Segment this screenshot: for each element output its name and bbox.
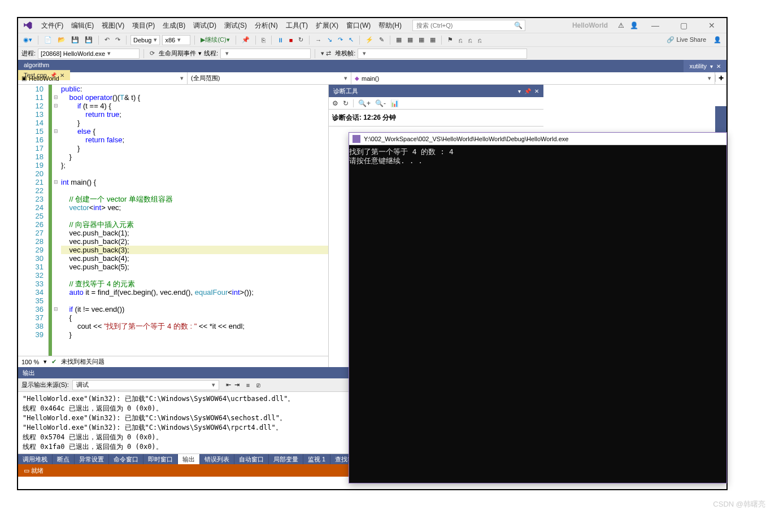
bottom-tab[interactable]: 异常设置: [75, 454, 109, 464]
menu-item[interactable]: 工具(T): [282, 21, 312, 29]
step-over-icon[interactable]: ↷: [336, 36, 345, 43]
bottom-tab[interactable]: 错误列表: [200, 454, 234, 464]
code-editor[interactable]: 1011121314151617181920212223242526272829…: [18, 85, 329, 367]
misc-3-icon[interactable]: ⎌: [476, 37, 484, 43]
bottom-tab[interactable]: 局部变量: [269, 454, 303, 464]
bottom-tab[interactable]: 即时窗口: [143, 454, 178, 464]
output-source-dropdown[interactable]: 调试: [72, 380, 219, 390]
zoom-in-icon[interactable]: 🔍+: [358, 99, 371, 107]
stop-icon[interactable]: ■: [288, 37, 295, 43]
zoom-level[interactable]: 100 %: [21, 359, 39, 365]
notifications-icon[interactable]: ⚠: [618, 21, 624, 29]
project-combo[interactable]: ▣HelloWorld: [18, 72, 188, 84]
flag-icon[interactable]: ⚑: [446, 36, 455, 43]
chart-icon[interactable]: 📊: [390, 99, 399, 107]
menu-item[interactable]: 视图(V): [98, 21, 128, 29]
restart-icon[interactable]: ↻: [297, 36, 305, 43]
misc-2-icon[interactable]: ⎌: [467, 37, 474, 43]
close-button[interactable]: ✕: [700, 21, 723, 30]
zoom-out-icon[interactable]: 🔍-: [375, 99, 386, 107]
bottom-tab[interactable]: 自动窗口: [234, 454, 269, 464]
platform-dropdown[interactable]: x86: [162, 35, 190, 45]
bottom-tab[interactable]: 命令窗口: [109, 454, 143, 464]
menu-item[interactable]: 编辑(E): [67, 21, 98, 29]
search-input[interactable]: [413, 20, 525, 30]
minimize-button[interactable]: —: [644, 21, 667, 30]
app-restart-icon[interactable]: ⎘: [260, 37, 267, 43]
code-body[interactable]: public: bool operator()(T& t) { if (t ==…: [60, 85, 328, 356]
stackframe-label: 堆栈帧:: [335, 49, 355, 58]
split-editor-button[interactable]: ✚: [715, 75, 726, 82]
live-share-button[interactable]: 🔗 Live Share: [663, 36, 710, 43]
console-window[interactable]: Y:\002_WorkSpace\002_VS\HelloWorld\Hello…: [349, 132, 727, 483]
nav-back-icon[interactable]: ◉▾: [21, 36, 34, 43]
issues-text: 未找到相关问题: [61, 357, 105, 366]
bottom-tab[interactable]: 调用堆栈: [18, 454, 53, 464]
window-2-icon[interactable]: ▦: [406, 36, 415, 43]
window-4-icon[interactable]: ▦: [428, 36, 437, 43]
close-icon[interactable]: ✕: [716, 63, 721, 69]
chevron-down-icon[interactable]: ▾: [710, 63, 713, 69]
clear-icon[interactable]: ⎚: [256, 382, 260, 389]
menu-item[interactable]: 调试(D): [189, 21, 220, 29]
step-out-icon[interactable]: ↖: [347, 36, 355, 43]
pause-icon[interactable]: ⏸: [276, 37, 285, 43]
open-icon[interactable]: 📂: [56, 36, 67, 43]
window-1-icon[interactable]: ▦: [394, 36, 403, 43]
stackframe-dropdown[interactable]: [358, 49, 527, 59]
new-project-icon[interactable]: 📄: [42, 36, 54, 43]
bottom-tab[interactable]: 监视 1: [303, 454, 330, 464]
save-icon[interactable]: 💾: [69, 36, 81, 43]
refresh-icon[interactable]: ↻: [343, 99, 349, 107]
gear-icon[interactable]: ⚙: [332, 99, 338, 107]
misc-1-icon[interactable]: ⎌: [457, 37, 464, 43]
preview-tab[interactable]: xutility▾✕: [684, 60, 726, 72]
menu-item[interactable]: 项目(P): [128, 21, 159, 29]
redo-icon[interactable]: ↷: [114, 36, 122, 43]
attach-icon[interactable]: 📌: [240, 36, 251, 43]
diag-session-text: 诊断会话: 12:26 分钟: [332, 114, 396, 121]
doc-tab[interactable]: algorithm: [18, 60, 70, 70]
search-box[interactable]: 🔍: [412, 20, 525, 31]
editor-statusbar: 100 %▾ ✔ 未找到相关问题: [18, 356, 328, 367]
menu-item[interactable]: 帮助(H): [375, 21, 406, 29]
fold-column[interactable]: ⊟⊟⊟⊟⊟: [52, 85, 60, 356]
undo-icon[interactable]: ↶: [103, 36, 111, 43]
thread-dropdown[interactable]: [220, 49, 311, 59]
menu-item[interactable]: 分析(N): [251, 21, 282, 29]
search-icon: 🔍: [514, 21, 523, 29]
diagnostic-title: 诊断工具: [333, 87, 358, 95]
scope-combo[interactable]: (全局范围): [188, 72, 351, 84]
member-combo[interactable]: ◆main(): [351, 72, 715, 84]
menu-item[interactable]: 测试(S): [220, 21, 251, 29]
account-icon[interactable]: 👤: [712, 36, 723, 43]
menu-item[interactable]: 文件(F): [37, 21, 67, 29]
close-icon[interactable]: ✕: [534, 88, 539, 94]
wand-icon[interactable]: ✎: [377, 36, 386, 43]
lifecycle-label: 生命周期事件: [159, 49, 196, 58]
toggle-icon[interactable]: ⚡: [364, 36, 375, 43]
solution-name: HelloWorld: [568, 21, 612, 29]
main-toolbar: ◉▾ 📄 📂 💾 💾 ↶ ↷ Debug x86 ▶ 继续(C) ▾ 📌 ⎘ ⏸…: [18, 33, 726, 46]
maximize-button[interactable]: ▢: [672, 21, 695, 30]
bottom-tab[interactable]: 输出: [178, 454, 200, 464]
continue-button[interactable]: ▶ 继续(C) ▾: [199, 36, 231, 44]
config-dropdown[interactable]: Debug: [130, 35, 160, 45]
line-numbers: 1011121314151617181920212223242526272829…: [18, 85, 49, 356]
indent-left-icon[interactable]: ⇤: [226, 381, 231, 389]
wrap-icon[interactable]: ≡: [246, 382, 250, 389]
indent-right-icon[interactable]: ⇥: [234, 381, 240, 389]
feedback-icon[interactable]: 👤: [630, 21, 638, 29]
menu-item[interactable]: 扩展(X): [312, 21, 342, 29]
save-all-icon[interactable]: 💾: [83, 36, 94, 43]
bottom-tab[interactable]: 断点: [53, 454, 75, 464]
step-into-icon[interactable]: ↘: [325, 36, 334, 43]
step-next-icon[interactable]: →: [314, 37, 323, 43]
pin-icon[interactable]: 📌: [524, 88, 531, 94]
menu-item[interactable]: 生成(B): [159, 21, 189, 29]
lifecycle-icon[interactable]: ⟳: [148, 50, 156, 57]
dropdown-icon[interactable]: ▾: [518, 88, 521, 94]
process-dropdown[interactable]: [20868] HelloWorld.exe: [38, 49, 140, 59]
window-3-icon[interactable]: ▦: [417, 36, 426, 43]
menu-item[interactable]: 窗口(W): [342, 21, 375, 29]
